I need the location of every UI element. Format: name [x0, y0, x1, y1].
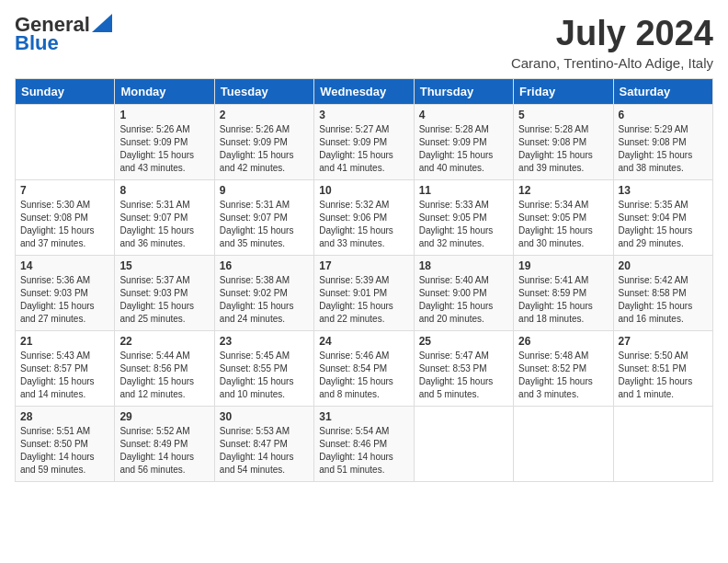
calendar-cell: 20Sunrise: 5:42 AM Sunset: 8:58 PM Dayli… [613, 255, 712, 330]
cell-sun-info: Sunrise: 5:37 AM Sunset: 9:03 PM Dayligh… [119, 274, 209, 326]
calendar-cell [613, 406, 712, 481]
calendar-cell: 5Sunrise: 5:28 AM Sunset: 9:08 PM Daylig… [514, 104, 613, 179]
svg-marker-0 [92, 14, 112, 32]
calendar-cell: 28Sunrise: 5:51 AM Sunset: 8:50 PM Dayli… [16, 406, 115, 481]
day-number: 1 [119, 109, 209, 121]
cell-sun-info: Sunrise: 5:29 AM Sunset: 9:08 PM Dayligh… [619, 123, 708, 175]
calendar-cell: 15Sunrise: 5:37 AM Sunset: 9:03 PM Dayli… [115, 255, 214, 330]
col-header-saturday: Saturday [613, 78, 712, 104]
calendar-table: SundayMondayTuesdayWednesdayThursdayFrid… [15, 78, 713, 482]
day-number: 2 [220, 109, 309, 121]
calendar-cell [414, 406, 513, 481]
logo-blue-text: Blue [15, 33, 59, 53]
day-number: 23 [220, 335, 309, 348]
calendar-cell: 31Sunrise: 5:54 AM Sunset: 8:46 PM Dayli… [314, 406, 414, 481]
page-header: General Blue July 2024 Carano, Trentino-… [15, 15, 713, 71]
month-title: July 2024 [511, 15, 713, 53]
cell-sun-info: Sunrise: 5:50 AM Sunset: 8:51 PM Dayligh… [619, 350, 708, 401]
day-number: 20 [619, 259, 708, 272]
day-number: 6 [619, 109, 708, 121]
day-number: 27 [619, 335, 708, 348]
cell-sun-info: Sunrise: 5:54 AM Sunset: 8:46 PM Dayligh… [319, 425, 408, 477]
calendar-cell: 14Sunrise: 5:36 AM Sunset: 9:03 PM Dayli… [16, 255, 115, 330]
day-number: 22 [119, 335, 209, 348]
calendar-cell: 10Sunrise: 5:32 AM Sunset: 9:06 PM Dayli… [314, 179, 414, 255]
calendar-cell: 3Sunrise: 5:27 AM Sunset: 9:09 PM Daylig… [314, 104, 414, 179]
day-number: 7 [20, 184, 109, 197]
calendar-cell: 2Sunrise: 5:26 AM Sunset: 9:09 PM Daylig… [214, 104, 313, 179]
cell-sun-info: Sunrise: 5:53 AM Sunset: 8:47 PM Dayligh… [220, 425, 309, 477]
calendar-week-row: 14Sunrise: 5:36 AM Sunset: 9:03 PM Dayli… [16, 255, 713, 330]
cell-sun-info: Sunrise: 5:31 AM Sunset: 9:07 PM Dayligh… [220, 199, 309, 250]
calendar-week-row: 28Sunrise: 5:51 AM Sunset: 8:50 PM Dayli… [16, 406, 713, 481]
day-number: 18 [419, 259, 508, 272]
cell-sun-info: Sunrise: 5:44 AM Sunset: 8:56 PM Dayligh… [119, 350, 209, 401]
cell-sun-info: Sunrise: 5:28 AM Sunset: 9:09 PM Dayligh… [419, 123, 508, 175]
cell-sun-info: Sunrise: 5:26 AM Sunset: 9:09 PM Dayligh… [220, 123, 309, 175]
cell-sun-info: Sunrise: 5:33 AM Sunset: 9:05 PM Dayligh… [419, 199, 508, 250]
location-subtitle: Carano, Trentino-Alto Adige, Italy [511, 55, 713, 71]
calendar-cell: 30Sunrise: 5:53 AM Sunset: 8:47 PM Dayli… [214, 406, 313, 481]
cell-sun-info: Sunrise: 5:36 AM Sunset: 9:03 PM Dayligh… [20, 274, 109, 326]
logo: General Blue [15, 15, 112, 53]
day-number: 3 [319, 109, 408, 121]
calendar-cell: 26Sunrise: 5:48 AM Sunset: 8:52 PM Dayli… [514, 330, 613, 406]
day-number: 29 [119, 410, 209, 423]
cell-sun-info: Sunrise: 5:51 AM Sunset: 8:50 PM Dayligh… [20, 425, 109, 477]
cell-sun-info: Sunrise: 5:34 AM Sunset: 9:05 PM Dayligh… [518, 199, 608, 250]
calendar-cell: 8Sunrise: 5:31 AM Sunset: 9:07 PM Daylig… [115, 179, 214, 255]
col-header-monday: Monday [115, 78, 214, 104]
day-number: 13 [619, 184, 708, 197]
cell-sun-info: Sunrise: 5:32 AM Sunset: 9:06 PM Dayligh… [319, 199, 408, 250]
cell-sun-info: Sunrise: 5:46 AM Sunset: 8:54 PM Dayligh… [319, 350, 408, 401]
day-number: 28 [20, 410, 109, 423]
calendar-cell: 24Sunrise: 5:46 AM Sunset: 8:54 PM Dayli… [314, 330, 414, 406]
cell-sun-info: Sunrise: 5:39 AM Sunset: 9:01 PM Dayligh… [319, 274, 408, 326]
cell-sun-info: Sunrise: 5:48 AM Sunset: 8:52 PM Dayligh… [518, 350, 608, 401]
calendar-cell: 7Sunrise: 5:30 AM Sunset: 9:08 PM Daylig… [16, 179, 115, 255]
day-number: 8 [119, 184, 209, 197]
cell-sun-info: Sunrise: 5:28 AM Sunset: 9:08 PM Dayligh… [518, 123, 608, 175]
cell-sun-info: Sunrise: 5:43 AM Sunset: 8:57 PM Dayligh… [20, 350, 109, 401]
day-number: 9 [220, 184, 309, 197]
day-number: 10 [319, 184, 408, 197]
calendar-cell: 6Sunrise: 5:29 AM Sunset: 9:08 PM Daylig… [613, 104, 712, 179]
calendar-cell: 27Sunrise: 5:50 AM Sunset: 8:51 PM Dayli… [613, 330, 712, 406]
cell-sun-info: Sunrise: 5:40 AM Sunset: 9:00 PM Dayligh… [419, 274, 508, 326]
cell-sun-info: Sunrise: 5:31 AM Sunset: 9:07 PM Dayligh… [119, 199, 209, 250]
day-number: 17 [319, 259, 408, 272]
col-header-wednesday: Wednesday [314, 78, 414, 104]
calendar-cell: 22Sunrise: 5:44 AM Sunset: 8:56 PM Dayli… [115, 330, 214, 406]
cell-sun-info: Sunrise: 5:41 AM Sunset: 8:59 PM Dayligh… [518, 274, 608, 326]
calendar-cell: 9Sunrise: 5:31 AM Sunset: 9:07 PM Daylig… [214, 179, 313, 255]
calendar-cell: 16Sunrise: 5:38 AM Sunset: 9:02 PM Dayli… [214, 255, 313, 330]
day-number: 26 [518, 335, 608, 348]
calendar-cell: 18Sunrise: 5:40 AM Sunset: 9:00 PM Dayli… [414, 255, 513, 330]
calendar-cell: 12Sunrise: 5:34 AM Sunset: 9:05 PM Dayli… [514, 179, 613, 255]
col-header-thursday: Thursday [414, 78, 513, 104]
day-number: 11 [419, 184, 508, 197]
calendar-cell: 29Sunrise: 5:52 AM Sunset: 8:49 PM Dayli… [115, 406, 214, 481]
day-number: 4 [419, 109, 508, 121]
calendar-cell: 25Sunrise: 5:47 AM Sunset: 8:53 PM Dayli… [414, 330, 513, 406]
calendar-cell: 4Sunrise: 5:28 AM Sunset: 9:09 PM Daylig… [414, 104, 513, 179]
day-number: 14 [20, 259, 109, 272]
day-number: 24 [319, 335, 408, 348]
cell-sun-info: Sunrise: 5:35 AM Sunset: 9:04 PM Dayligh… [619, 199, 708, 250]
cell-sun-info: Sunrise: 5:38 AM Sunset: 9:02 PM Dayligh… [220, 274, 309, 326]
day-number: 31 [319, 410, 408, 423]
cell-sun-info: Sunrise: 5:30 AM Sunset: 9:08 PM Dayligh… [20, 199, 109, 250]
day-number: 21 [20, 335, 109, 348]
calendar-cell: 11Sunrise: 5:33 AM Sunset: 9:05 PM Dayli… [414, 179, 513, 255]
day-number: 16 [220, 259, 309, 272]
title-block: July 2024 Carano, Trentino-Alto Adige, I… [511, 15, 713, 71]
col-header-sunday: Sunday [16, 78, 115, 104]
logo-triangle-icon [92, 14, 112, 32]
day-number: 19 [518, 259, 608, 272]
cell-sun-info: Sunrise: 5:45 AM Sunset: 8:55 PM Dayligh… [220, 350, 309, 401]
calendar-week-row: 21Sunrise: 5:43 AM Sunset: 8:57 PM Dayli… [16, 330, 713, 406]
calendar-cell: 13Sunrise: 5:35 AM Sunset: 9:04 PM Dayli… [613, 179, 712, 255]
cell-sun-info: Sunrise: 5:47 AM Sunset: 8:53 PM Dayligh… [419, 350, 508, 401]
day-number: 30 [220, 410, 309, 423]
col-header-tuesday: Tuesday [214, 78, 313, 104]
